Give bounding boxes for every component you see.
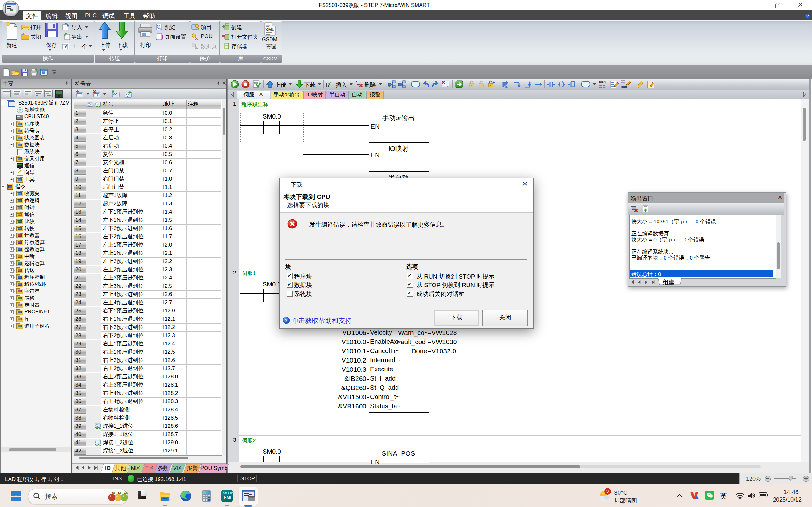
svg-text:HKO: HKO — [599, 80, 606, 84]
svg-text:XML: XML — [265, 27, 274, 32]
svg-text:HKO: HKO — [621, 85, 627, 89]
svg-text:?: ? — [285, 318, 288, 323]
